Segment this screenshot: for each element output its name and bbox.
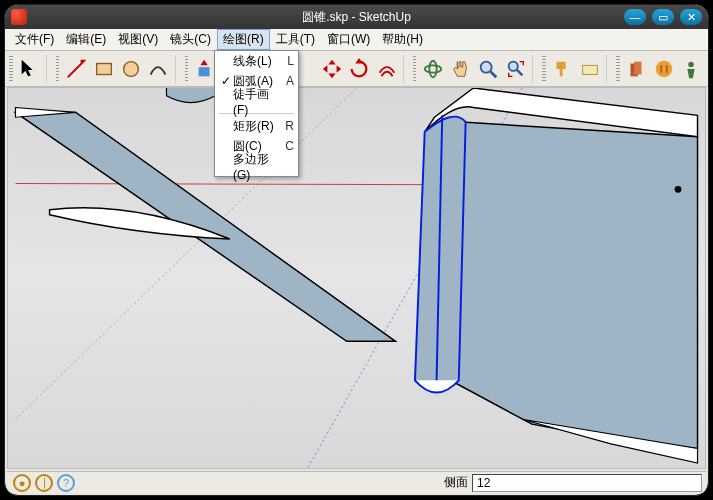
menu-help[interactable]: 帮助(H) bbox=[376, 29, 429, 50]
sb-user-icon[interactable]: ❘ bbox=[35, 474, 53, 492]
statusbar: ● ❘ ? 侧面 bbox=[7, 471, 706, 493]
svg-point-5 bbox=[481, 61, 492, 72]
menubar: 文件(F) 编辑(E) 视图(V) 镜头(C) 绘图(R) 工具(T) 窗口(W… bbox=[5, 29, 708, 51]
component-tool[interactable] bbox=[624, 55, 649, 83]
maximize-button[interactable]: ▭ bbox=[652, 9, 674, 25]
toolbar bbox=[5, 51, 708, 87]
circle-tool[interactable] bbox=[118, 55, 143, 83]
line-tool[interactable] bbox=[63, 55, 88, 83]
svg-rect-9 bbox=[635, 61, 642, 74]
svg-point-1 bbox=[124, 61, 139, 76]
menu-tools[interactable]: 工具(T) bbox=[270, 29, 321, 50]
toolbar-gripper[interactable] bbox=[56, 56, 60, 82]
menu-window[interactable]: 窗口(W) bbox=[321, 29, 376, 50]
svg-point-6 bbox=[508, 61, 517, 70]
menu-line[interactable]: 线条(L)L bbox=[215, 51, 298, 71]
menu-camera[interactable]: 镜头(C) bbox=[164, 29, 217, 50]
zoom-tool[interactable] bbox=[475, 55, 500, 83]
offset-tool[interactable] bbox=[374, 55, 399, 83]
svg-point-3 bbox=[425, 65, 442, 72]
zoom-extents-tool[interactable] bbox=[503, 55, 528, 83]
select-tool[interactable] bbox=[17, 55, 42, 83]
svg-point-11 bbox=[689, 61, 695, 66]
paint-tool[interactable] bbox=[550, 55, 575, 83]
menu-file[interactable]: 文件(F) bbox=[9, 29, 60, 50]
rectangle-tool[interactable] bbox=[91, 55, 116, 83]
dims-tool[interactable] bbox=[577, 55, 602, 83]
arc-tool[interactable] bbox=[146, 55, 171, 83]
toolbar-gripper[interactable] bbox=[9, 56, 13, 82]
minimize-button[interactable]: — bbox=[624, 9, 646, 25]
menu-draw[interactable]: 绘图(R) bbox=[217, 29, 270, 50]
app-icon bbox=[11, 9, 27, 25]
close-button[interactable]: ✕ bbox=[680, 9, 702, 25]
svg-point-4 bbox=[430, 60, 437, 77]
svg-rect-0 bbox=[96, 63, 111, 74]
svg-rect-7 bbox=[582, 65, 597, 74]
toolbar-gripper[interactable] bbox=[413, 56, 417, 82]
orbit-tool[interactable] bbox=[420, 55, 445, 83]
window-title: 圆锥.skp - SketchUp bbox=[302, 9, 411, 26]
svg-point-16 bbox=[675, 186, 682, 193]
draw-dropdown: 线条(L)L ✓圆弧(A)A 徒手画(F) 矩形(R)R 圆(C)C 多边形(G… bbox=[214, 50, 299, 177]
svg-rect-2 bbox=[199, 67, 210, 76]
sb-info-icon[interactable]: ● bbox=[13, 474, 31, 492]
measurement-label: 侧面 bbox=[444, 474, 472, 491]
sb-help-icon[interactable]: ? bbox=[57, 474, 75, 492]
measurement-input[interactable] bbox=[472, 474, 702, 492]
pan-tool[interactable] bbox=[448, 55, 473, 83]
menu-polygon[interactable]: 多边形(G) bbox=[215, 156, 298, 176]
toolbar-gripper[interactable] bbox=[542, 56, 546, 82]
titlebar: 圆锥.skp - SketchUp — ▭ ✕ bbox=[5, 5, 708, 29]
person-tool[interactable] bbox=[679, 55, 704, 83]
menu-view[interactable]: 视图(V) bbox=[112, 29, 164, 50]
toolbar-gripper[interactable] bbox=[616, 56, 620, 82]
svg-point-10 bbox=[656, 60, 673, 77]
toolbar-gripper[interactable] bbox=[185, 56, 189, 82]
menu-edit[interactable]: 编辑(E) bbox=[60, 29, 112, 50]
menu-rectangle[interactable]: 矩形(R)R bbox=[215, 116, 298, 136]
move-tool[interactable] bbox=[319, 55, 344, 83]
menu-freehand[interactable]: 徒手画(F) bbox=[215, 91, 298, 111]
warehouse-tool[interactable] bbox=[651, 55, 676, 83]
viewport[interactable] bbox=[7, 87, 706, 469]
rotate-tool[interactable] bbox=[346, 55, 371, 83]
